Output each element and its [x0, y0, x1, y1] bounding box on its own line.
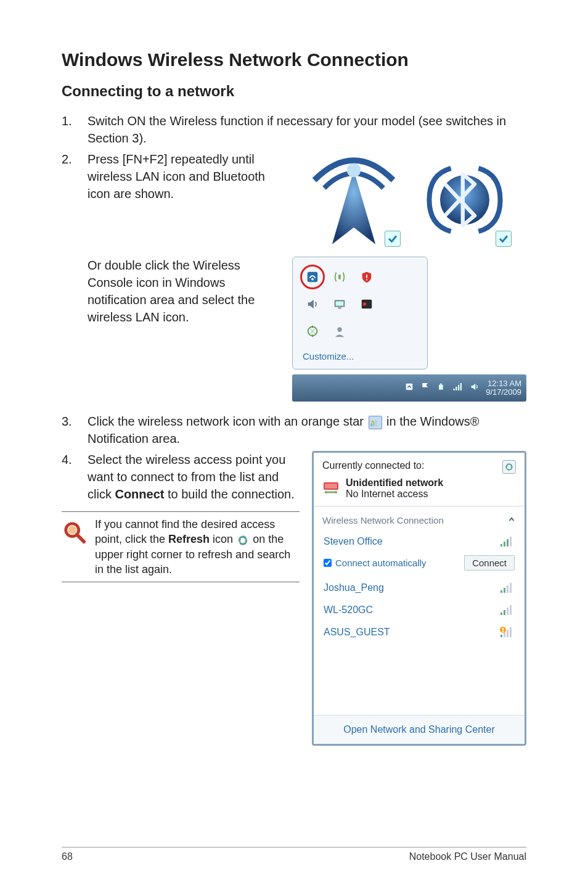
- step-number: 1.: [62, 112, 88, 147]
- customize-link[interactable]: Customize...: [301, 349, 419, 364]
- step-4: 4. Select the wireless access point you …: [62, 451, 300, 503]
- connect-button[interactable]: Connect: [464, 555, 515, 571]
- magnifier-icon: [62, 517, 88, 577]
- svg-point-1: [347, 163, 361, 177]
- svg-rect-49: [507, 608, 508, 615]
- tray-user-icon[interactable]: [330, 321, 349, 341]
- footer-label: Notebook PC User Manual: [409, 851, 526, 862]
- svg-rect-5: [338, 274, 341, 279]
- or-paragraph: Or double click the Wireless Console ico…: [62, 257, 285, 402]
- page-number: 68: [62, 851, 73, 862]
- wifi-item[interactable]: ASUS_GUEST: [322, 621, 516, 643]
- network-icon[interactable]: [452, 382, 463, 394]
- signal-warning-icon: [499, 626, 515, 638]
- wifi-ssid: Joshua_Peng: [324, 582, 384, 593]
- power-icon[interactable]: [436, 382, 446, 394]
- wlan-bluetooth-icons: [292, 151, 526, 249]
- svg-rect-20: [458, 385, 459, 390]
- svg-rect-35: [325, 484, 337, 489]
- step-text: Press [FN+F2] repeatedly until wireless …: [88, 151, 285, 202]
- step-text: Click the wireless network icon with an …: [88, 413, 526, 447]
- step-number: 3.: [62, 413, 88, 447]
- tray-monitor-icon[interactable]: [330, 294, 349, 314]
- show-hidden-icon[interactable]: [404, 382, 414, 394]
- signal-icon: [499, 582, 515, 594]
- tray-shield-icon[interactable]: [357, 267, 377, 287]
- signal-icon: [499, 535, 515, 548]
- svg-marker-0: [332, 170, 375, 244]
- step-3: 3. Click the wireless network icon with …: [62, 413, 526, 447]
- svg-rect-57: [502, 631, 504, 632]
- svg-rect-53: [507, 630, 508, 637]
- svg-rect-47: [500, 613, 502, 615]
- wlan-antenna-icon: [304, 151, 403, 249]
- svg-rect-48: [504, 610, 505, 615]
- tray-sync-icon[interactable]: [303, 321, 322, 341]
- svg-rect-6: [366, 274, 367, 278]
- svg-point-14: [337, 328, 341, 332]
- clock-time: 12:13 AM: [486, 379, 521, 388]
- refresh-icon: [237, 535, 248, 546]
- tip-callout: If you cannot find the desired access po…: [62, 511, 300, 582]
- taskbar: 12:13 AM 9/17/2009: [292, 374, 526, 402]
- check-badge-icon: [496, 231, 512, 247]
- svg-rect-15: [406, 384, 413, 390]
- svg-rect-40: [504, 542, 505, 547]
- wireless-console-icon[interactable]: [300, 265, 325, 289]
- action-center-flag-icon[interactable]: [420, 382, 430, 394]
- svg-rect-22: [370, 423, 372, 426]
- unidentified-network-label: Unidentified network: [346, 477, 443, 489]
- svg-rect-43: [500, 590, 502, 593]
- svg-rect-56: [502, 628, 504, 630]
- svg-rect-9: [336, 301, 344, 305]
- wifi-item[interactable]: Joshua_Peng: [322, 577, 516, 599]
- tray-icon[interactable]: [330, 267, 349, 287]
- svg-rect-44: [504, 588, 505, 593]
- svg-rect-24: [375, 419, 377, 426]
- section-title: Connecting to a network: [62, 83, 526, 100]
- svg-rect-41: [507, 539, 508, 547]
- wifi-item[interactable]: WL-520GC: [322, 599, 516, 621]
- tray-volume-icon[interactable]: [303, 294, 322, 314]
- svg-rect-54: [510, 627, 512, 637]
- svg-rect-39: [500, 544, 502, 547]
- svg-rect-52: [504, 632, 505, 637]
- svg-rect-3: [308, 272, 318, 283]
- svg-point-4: [311, 278, 314, 281]
- volume-icon[interactable]: [470, 382, 480, 394]
- svg-rect-50: [510, 605, 512, 615]
- page-title: Windows Wireless Network Connection: [62, 49, 526, 70]
- svg-rect-51: [500, 635, 502, 637]
- svg-rect-18: [454, 389, 455, 390]
- svg-point-12: [363, 302, 367, 306]
- svg-point-28: [68, 526, 76, 534]
- step-number: 4.: [62, 451, 88, 503]
- svg-rect-45: [507, 585, 508, 593]
- svg-rect-10: [338, 308, 341, 309]
- svg-rect-17: [440, 384, 442, 385]
- wifi-star-icon: [369, 416, 382, 429]
- connect-auto-label: Connect automatically: [335, 558, 427, 568]
- check-badge-icon: [385, 231, 401, 247]
- collapse-icon[interactable]: [507, 515, 516, 526]
- step-1: 1. Switch ON the Wireless function if ne…: [62, 112, 526, 147]
- currently-connected-label: Currently connected to:: [322, 460, 424, 471]
- network-status-icon: [322, 480, 340, 497]
- step-2: 2. Press [FN+F2] repeatedly until wirele…: [62, 151, 285, 202]
- wifi-section-label: Wireless Network Connection: [322, 515, 444, 526]
- clock-date: 9/17/2009: [486, 388, 521, 397]
- page-footer: 68 Notebook PC User Manual: [62, 847, 526, 862]
- taskbar-clock[interactable]: 12:13 AM 9/17/2009: [486, 379, 521, 397]
- svg-line-29: [77, 535, 84, 542]
- connect-auto-input[interactable]: [324, 559, 332, 567]
- tray-app-icon[interactable]: [357, 294, 377, 314]
- step-text: Switch ON the Wireless function if neces…: [88, 112, 526, 147]
- wifi-item-selected[interactable]: Steven Office: [322, 530, 516, 553]
- connect-auto-checkbox[interactable]: Connect automatically: [324, 558, 427, 568]
- svg-rect-42: [510, 537, 512, 547]
- open-network-center-link[interactable]: Open Network and Sharing Center: [314, 715, 525, 744]
- svg-rect-7: [366, 279, 367, 281]
- notification-area-popup: Customize...: [292, 257, 428, 369]
- step-number: 2.: [62, 151, 88, 202]
- refresh-button[interactable]: [502, 460, 516, 474]
